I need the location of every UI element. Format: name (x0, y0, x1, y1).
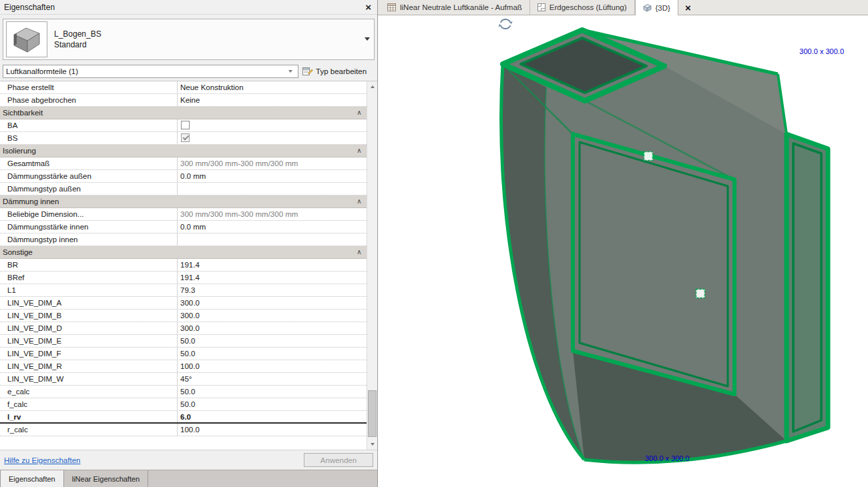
apply-button[interactable]: Anwenden (304, 453, 373, 467)
property-row: Dämmungstyp außen (0, 183, 367, 195)
help-link[interactable]: Hilfe zu Eigenschaften (4, 456, 80, 464)
property-row: LIN_VE_DIM_D300.0 (0, 322, 367, 335)
scrollbar-track[interactable] (367, 92, 377, 439)
view-close-icon[interactable]: × (678, 0, 698, 15)
property-row: BRef191.4 (0, 272, 367, 284)
schedule-icon (387, 3, 396, 11)
property-value[interactable]: 191.4 (178, 259, 367, 271)
property-value[interactable] (178, 183, 367, 195)
view-tab-label: {3D} (656, 4, 670, 12)
property-value[interactable]: 50.0 (178, 335, 367, 347)
scroll-up-button[interactable] (367, 81, 377, 92)
connector-grip[interactable] (696, 290, 705, 298)
property-value[interactable]: 300 mm/300 mm-300 mm/300 mm (178, 157, 367, 169)
property-row: L179.3 (0, 284, 367, 297)
tab-linear-eigenschaften[interactable]: liNear Eigenschaften (64, 470, 149, 487)
view-tab-3d[interactable]: {3D} (635, 0, 678, 15)
group-header-row[interactable]: Isolierung∧ (0, 145, 367, 157)
type-name: Standard (54, 39, 101, 50)
filter-row: Luftkanalformteile (1) Typ bearbeiten (0, 64, 377, 81)
chevron-down-icon[interactable] (286, 70, 295, 73)
chevron-down-icon (365, 37, 370, 41)
property-value[interactable]: 300.0 (178, 297, 367, 309)
tab-eigenschaften[interactable]: Eigenschaften (0, 470, 64, 487)
scroll-down-button[interactable] (367, 439, 377, 450)
property-name: LIN_VE_DIM_R (0, 360, 178, 372)
3d-viewport[interactable]: 300.0 x 300.0 300.0 x 300.0 (378, 15, 868, 487)
property-name: Beliebige Dimension... (0, 208, 178, 220)
view-tab-erdgeschoss[interactable]: Erdgeschoss (Lüftung) (530, 0, 635, 15)
collapse-chevron-icon[interactable]: ∧ (352, 246, 367, 258)
view-tab-label: Erdgeschoss (Lüftung) (550, 3, 627, 11)
type-selector-box[interactable]: L_Bogen_BS Standard (3, 19, 375, 60)
property-value[interactable] (178, 119, 367, 131)
type-selector-dropdown[interactable] (362, 19, 373, 59)
property-row: r_calc100.0 (0, 424, 367, 436)
scroll-down-icon (371, 443, 375, 446)
property-value[interactable]: 6.0 (178, 411, 367, 422)
element-filter-dropdown[interactable]: Luftkanalformteile (1) (3, 65, 298, 78)
type-selector: L_Bogen_BS Standard (0, 15, 377, 64)
property-value[interactable]: Neue Konstruktion (178, 81, 367, 93)
property-row: LIN_VE_DIM_B300.0 (0, 310, 367, 322)
property-value[interactable]: Keine (178, 94, 367, 106)
group-label: Sichtbarkeit (0, 107, 352, 119)
dimension-label-top: 300.0 x 300.0 (799, 47, 844, 55)
view-tab-aufmass[interactable]: liNear Neutrale Luftkanäle - Aufmaß (380, 0, 530, 15)
scrollbar-thumb[interactable] (368, 390, 377, 437)
property-value[interactable]: 191.4 (178, 272, 367, 284)
duct-fitting-icon (9, 24, 45, 55)
property-name: BS (0, 132, 178, 144)
property-name: e_calc (0, 386, 178, 398)
close-icon[interactable]: × (363, 3, 373, 12)
property-value[interactable]: 50.0 (178, 386, 367, 398)
property-row: LIN_VE_DIM_E50.0 (0, 335, 367, 348)
property-name: LIN_VE_DIM_D (0, 322, 178, 334)
property-row: LIN_VE_DIM_R100.0 (0, 360, 367, 373)
property-row: Dämmungsstärke außen0.0 mm (0, 170, 367, 183)
property-name: Dämmungsstärke außen (0, 170, 178, 182)
viewport-area: liNear Neutrale Luftkanäle - Aufmaß Erdg… (378, 0, 868, 487)
group-label: Dämmung innen (0, 195, 352, 207)
edit-type-button[interactable]: Typ bearbeiten (302, 67, 367, 76)
revit-window: Eigenschaften × L_Bogen_BS Standard (0, 0, 868, 487)
panel-bottom-tabs: Eigenschaften liNear Eigenschaften (0, 470, 377, 487)
property-value[interactable]: 50.0 (178, 348, 367, 360)
property-value[interactable]: 100.0 (178, 424, 367, 436)
group-header-row[interactable]: Dämmung innen∧ (0, 195, 367, 208)
property-value[interactable]: 300 mm/300 mm-300 mm/300 mm (178, 208, 367, 220)
group-header-row[interactable]: Sichtbarkeit∧ (0, 107, 367, 119)
properties-titlebar[interactable]: Eigenschaften × (0, 0, 377, 15)
property-value[interactable]: 300.0 (178, 322, 367, 334)
collapse-chevron-icon[interactable]: ∧ (352, 145, 367, 157)
property-row: e_calc50.0 (0, 386, 367, 398)
property-name: f_calc (0, 398, 178, 410)
property-name: Dämmungstyp innen (0, 233, 178, 246)
property-value[interactable]: 100.0 (178, 360, 367, 372)
collapse-chevron-icon[interactable]: ∧ (352, 107, 367, 119)
property-value[interactable]: 50.0 (178, 398, 367, 410)
connector-grip[interactable] (644, 152, 653, 161)
group-label: Sonstige (0, 246, 352, 258)
property-value[interactable]: 0.0 mm (178, 221, 367, 233)
property-name: Phase abgebrochen (0, 94, 178, 106)
property-value[interactable]: 0.0 mm (178, 170, 367, 182)
property-value[interactable]: 79.3 (178, 284, 367, 296)
vertical-scrollbar[interactable] (367, 81, 377, 450)
property-row: Beliebige Dimension...300 mm/300 mm-300 … (0, 208, 367, 221)
duct-3d-model (378, 15, 868, 487)
property-name: BA (0, 119, 178, 131)
property-value[interactable]: 300.0 (178, 310, 367, 322)
property-value[interactable]: 45° (178, 373, 367, 385)
property-row: BA (0, 119, 367, 132)
view-tab-label: liNear Neutrale Luftkanäle - Aufmaß (400, 3, 522, 11)
property-value[interactable] (178, 233, 367, 246)
property-grid: Phase erstelltNeue KonstruktionPhase abg… (0, 81, 367, 450)
property-value[interactable] (178, 132, 367, 144)
checkbox-checked[interactable] (181, 133, 190, 142)
group-header-row[interactable]: Sonstige∧ (0, 246, 367, 259)
panel-title: Eigenschaften (4, 3, 363, 12)
collapse-chevron-icon[interactable]: ∧ (352, 195, 367, 207)
property-name: LIN_VE_DIM_A (0, 297, 178, 309)
checkbox-unchecked[interactable] (181, 121, 190, 129)
